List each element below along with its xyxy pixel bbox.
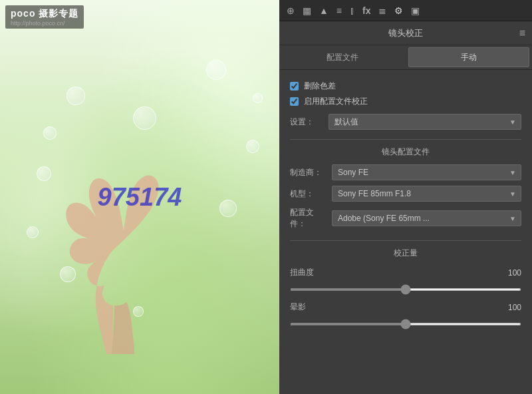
tool-icon-list[interactable]: ≣	[376, 4, 388, 17]
tab-profile[interactable]: 配置文件	[282, 47, 403, 67]
right-panel: ⊕ ▦ ▲ ≡ ⫿ fx ≣ ⚙ ▣ 镜头校正 ≡ 配置文件 手动 删除色差 启…	[279, 0, 532, 394]
model-label: 机型：	[290, 188, 327, 200]
poco-logo: poco 摄影专题 http://photo.poco.cn/	[5, 5, 84, 29]
distortion-slider-row: 扭曲度 100	[290, 267, 521, 294]
checkbox-enable-profile-label: 启用配置文件校正	[304, 96, 368, 107]
vignette-value: 100	[501, 303, 521, 312]
bubble-1	[66, 87, 85, 105]
panel-menu-icon[interactable]: ≡	[519, 27, 525, 39]
vignette-slider-row: 晕影 100	[290, 301, 521, 328]
settings-select[interactable]: 默认值 自定义	[329, 114, 521, 130]
tool-icon-lines[interactable]: ≡	[334, 4, 344, 17]
bubble-3	[133, 106, 156, 130]
photo-panel: poco 摄影专题 http://photo.poco.cn/ 975174	[0, 0, 279, 394]
profile-select[interactable]: Adobe (Sony FE 65mm ... Adobe (Sony FE 8…	[332, 210, 521, 226]
distortion-slider[interactable]	[290, 288, 521, 291]
hand-image	[53, 141, 200, 354]
checkbox-remove-chromatic-input[interactable]	[290, 82, 299, 91]
bubble-6	[27, 226, 39, 238]
tool-icon-target[interactable]: ⊕	[285, 4, 297, 17]
lens-profile-section-header: 镜头配置文件	[290, 139, 521, 158]
vignette-label: 晕影	[290, 301, 306, 313]
model-select-wrapper: Sony FE 85mm F1.8 Sony FE 50mm F1.8 Sony…	[332, 186, 521, 202]
checkbox-remove-chromatic-label: 删除色差	[304, 81, 336, 92]
bubble-11	[253, 93, 263, 103]
settings-label: 设置：	[290, 116, 323, 128]
bubble-2	[43, 126, 57, 140]
tool-icon-bars[interactable]: ⫿	[348, 4, 356, 17]
correction-section: 校正量 扭曲度 100 晕影 100	[290, 240, 521, 328]
checkbox-enable-profile: 启用配置文件校正	[290, 96, 521, 107]
model-row: 机型： Sony FE 85mm F1.8 Sony FE 50mm F1.8 …	[290, 186, 521, 202]
manufacturer-select[interactable]: Sony FE Canon Nikon Sigma	[332, 164, 521, 180]
tab-row: 配置文件 手动	[279, 45, 532, 70]
settings-select-wrapper: 默认值 自定义 ▼	[329, 114, 521, 130]
checkbox-enable-profile-input[interactable]	[290, 97, 299, 106]
brand-name: poco 摄影专题	[11, 8, 78, 19]
profile-row: 配置文件： Adobe (Sony FE 65mm ... Adobe (Son…	[290, 207, 521, 230]
toolbar: ⊕ ▦ ▲ ≡ ⫿ fx ≣ ⚙ ▣	[279, 0, 532, 21]
tool-icon-grid[interactable]: ▦	[301, 4, 313, 17]
distortion-value: 100	[501, 268, 521, 278]
manufacturer-select-wrapper: Sony FE Canon Nikon Sigma ▼	[332, 164, 521, 180]
watermark-text: 975174	[98, 183, 182, 212]
tab-manual[interactable]: 手动	[408, 47, 529, 67]
correction-section-header: 校正量	[290, 240, 521, 259]
tool-icon-fx[interactable]: fx	[360, 4, 372, 17]
manufacturer-row: 制造商： Sony FE Canon Nikon Sigma ▼	[290, 164, 521, 180]
vignette-slider[interactable]	[290, 323, 521, 325]
settings-row: 设置： 默认值 自定义 ▼	[290, 114, 521, 130]
checkbox-remove-chromatic: 删除色差	[290, 81, 521, 92]
bubble-5	[206, 60, 226, 80]
tool-icon-histogram[interactable]: ▲	[317, 4, 331, 17]
tool-icon-settings[interactable]: ⚙	[392, 4, 405, 17]
model-select[interactable]: Sony FE 85mm F1.8 Sony FE 50mm F1.8 Sony…	[332, 186, 521, 202]
manufacturer-label: 制造商：	[290, 167, 327, 178]
logo-overlay: poco 摄影专题 http://photo.poco.cn/	[5, 5, 84, 29]
bubble-10	[246, 140, 259, 153]
bubble-4	[37, 166, 51, 181]
brand-url: http://photo.poco.cn/	[11, 20, 78, 27]
tool-icon-square[interactable]: ▣	[409, 4, 422, 17]
content-area: 删除色差 启用配置文件校正 设置： 默认值 自定义 ▼ 镜头配置文件 制造商：	[279, 70, 532, 394]
panel-title: 镜头校正	[388, 27, 423, 39]
panel-header: 镜头校正 ≡	[279, 21, 532, 45]
profile-label: 配置文件：	[290, 207, 327, 230]
profile-select-wrapper: Adobe (Sony FE 65mm ... Adobe (Sony FE 8…	[332, 210, 521, 226]
bubble-9	[219, 200, 237, 217]
distortion-label: 扭曲度	[290, 267, 314, 278]
